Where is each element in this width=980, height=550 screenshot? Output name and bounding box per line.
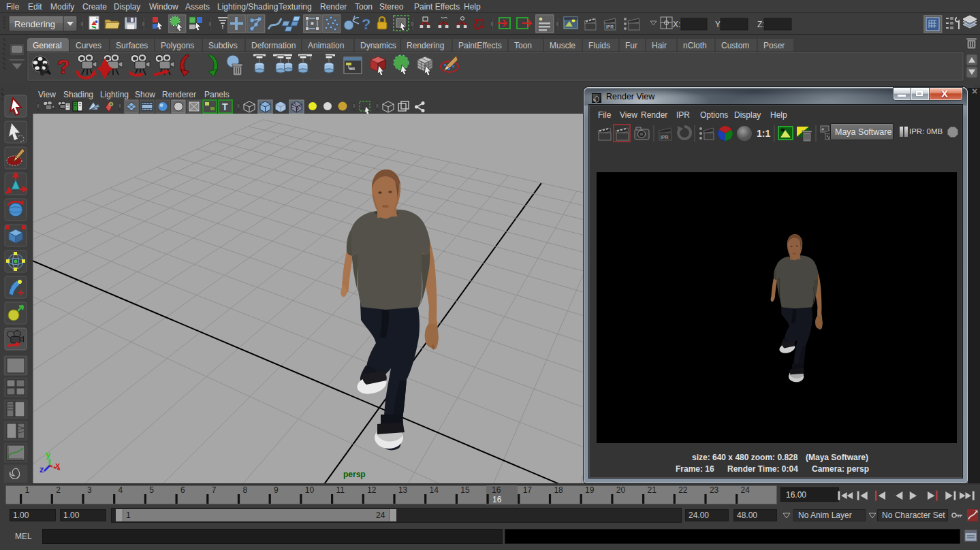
svg-text:22: 22 xyxy=(678,485,688,495)
svg-text:11: 11 xyxy=(336,485,345,495)
svg-text:Rendering: Rendering xyxy=(14,19,55,29)
svg-text:2: 2 xyxy=(56,485,61,495)
svg-text:23: 23 xyxy=(710,485,719,495)
svg-text:Surfaces: Surfaces xyxy=(116,41,148,50)
svg-text:Curves: Curves xyxy=(76,41,101,50)
svg-text:1:1: 1:1 xyxy=(757,128,770,139)
svg-text:13: 13 xyxy=(398,485,408,495)
svg-text:X:: X: xyxy=(673,20,680,29)
svg-text:10: 10 xyxy=(305,485,315,495)
svg-text:5: 5 xyxy=(149,485,154,495)
svg-text:General: General xyxy=(33,41,62,50)
svg-text:IPR: IPR xyxy=(606,25,614,29)
svg-text:Deformation: Deformation xyxy=(251,41,296,50)
svg-text:Polygons: Polygons xyxy=(161,41,194,50)
svg-text:1: 1 xyxy=(25,485,30,495)
svg-text:IPR: IPR xyxy=(661,135,669,140)
svg-text:Toon: Toon xyxy=(514,41,532,50)
svg-text:7: 7 xyxy=(212,485,217,495)
svg-text:Rendering: Rendering xyxy=(407,41,444,50)
svg-text:8: 8 xyxy=(242,485,247,495)
svg-text:16: 16 xyxy=(492,495,502,504)
svg-text:Dynamics: Dynamics xyxy=(360,41,396,50)
svg-text:Custom: Custom xyxy=(721,41,749,50)
svg-text:PaintEffects: PaintEffects xyxy=(458,41,502,50)
svg-text:9: 9 xyxy=(274,485,279,495)
svg-text:Hair: Hair xyxy=(652,41,667,50)
svg-text:?: ? xyxy=(57,55,69,78)
svg-text:Poser: Poser xyxy=(763,41,785,50)
svg-text:4: 4 xyxy=(118,485,123,495)
svg-text:18: 18 xyxy=(554,485,563,495)
svg-text:T: T xyxy=(222,101,228,112)
svg-text:21: 21 xyxy=(648,485,657,495)
svg-text:19: 19 xyxy=(585,485,595,495)
svg-text:3: 3 xyxy=(87,485,92,495)
svg-text:12: 12 xyxy=(367,485,377,495)
svg-text:6: 6 xyxy=(180,485,185,495)
svg-text:Subdivs: Subdivs xyxy=(208,41,238,50)
svg-text:16: 16 xyxy=(492,485,501,495)
svg-text:15: 15 xyxy=(460,485,470,495)
svg-text:Fluids: Fluids xyxy=(588,41,610,50)
svg-text:14: 14 xyxy=(430,485,439,495)
svg-text:Animation: Animation xyxy=(308,41,344,50)
svg-text:Fur: Fur xyxy=(625,41,637,50)
svg-text:17: 17 xyxy=(523,485,533,495)
svg-text:24: 24 xyxy=(741,485,750,495)
svg-text:persp: persp xyxy=(343,470,366,479)
svg-text:?: ? xyxy=(362,16,370,33)
svg-text:Muscle: Muscle xyxy=(550,41,575,50)
svg-text:Z:: Z: xyxy=(757,20,765,29)
svg-text:y: y xyxy=(46,449,51,459)
svg-text:20: 20 xyxy=(616,485,626,495)
svg-text:nCloth: nCloth xyxy=(683,41,707,50)
svg-text:x: x xyxy=(55,460,61,470)
svg-text:z: z xyxy=(39,464,44,474)
